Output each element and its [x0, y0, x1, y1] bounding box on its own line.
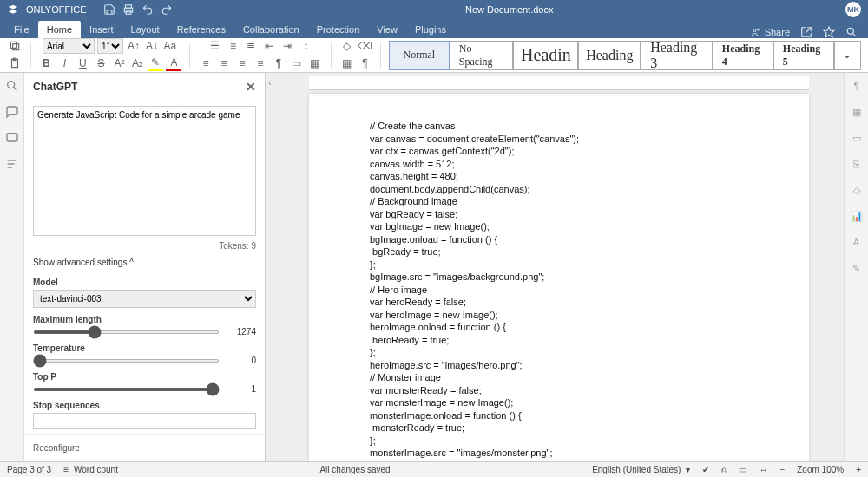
- panel-title: ChatGPT: [33, 81, 77, 93]
- comments-rail-icon[interactable]: [4, 104, 20, 120]
- maxlen-slider[interactable]: [33, 330, 220, 334]
- prompt-input[interactable]: [33, 106, 256, 236]
- model-select[interactable]: text-davinci-003: [33, 290, 256, 308]
- nonprinting-icon[interactable]: ¶: [357, 56, 372, 71]
- paragraph-mark-icon[interactable]: ¶: [271, 56, 286, 71]
- style-heading-3[interactable]: Heading 3: [641, 41, 713, 70]
- inc-indent-icon[interactable]: ⇥: [279, 38, 295, 54]
- chat-rail-icon[interactable]: [4, 130, 20, 146]
- topp-slider[interactable]: [33, 388, 220, 391]
- grow-font-icon[interactable]: A↑: [126, 38, 141, 54]
- horizontal-ruler[interactable]: [309, 76, 809, 90]
- header-settings-icon[interactable]: ⎘: [849, 156, 865, 172]
- tab-layout[interactable]: Layout: [122, 21, 168, 38]
- shrink-font-icon[interactable]: A↓: [144, 38, 160, 54]
- align-right-icon[interactable]: ≡: [234, 56, 250, 71]
- style-normal[interactable]: Normal: [389, 41, 450, 70]
- favorite-icon[interactable]: [823, 26, 835, 38]
- undo-icon[interactable]: [141, 3, 154, 16]
- model-label: Model: [33, 278, 256, 287]
- underline-icon[interactable]: U: [75, 56, 90, 71]
- bullets-icon[interactable]: ☰: [207, 38, 222, 54]
- zoom-label[interactable]: Zoom 100%: [797, 465, 844, 474]
- zoom-in-icon[interactable]: +: [856, 465, 861, 474]
- zoom-out-icon[interactable]: −: [779, 465, 785, 474]
- style-gallery-expand[interactable]: ⌄: [834, 41, 861, 70]
- fit-page-icon[interactable]: ▭: [739, 465, 746, 474]
- panel-collapse-icon[interactable]: ‹: [266, 73, 274, 461]
- tab-collaboration[interactable]: Collaboration: [234, 21, 308, 38]
- font-size-select[interactable]: 11: [97, 38, 123, 54]
- signature-settings-icon[interactable]: ✎: [849, 260, 865, 276]
- print-icon[interactable]: [122, 3, 135, 16]
- temp-slider[interactable]: [33, 359, 220, 363]
- reconfigure-link[interactable]: Reconfigure: [24, 434, 265, 461]
- table-settings-icon[interactable]: ▦: [849, 104, 865, 120]
- shape-settings-icon[interactable]: ◇: [849, 182, 865, 198]
- align-left-icon[interactable]: ≡: [198, 56, 214, 71]
- wordcount-label[interactable]: Word count: [74, 465, 118, 474]
- redo-icon[interactable]: [161, 3, 173, 16]
- copy-icon[interactable]: [7, 38, 23, 54]
- font-name-select[interactable]: Arial: [43, 38, 95, 54]
- line-spacing-icon[interactable]: ↕: [298, 38, 313, 54]
- document-page[interactable]: // Create the canvas var canvas = docume…: [309, 94, 809, 461]
- page-status[interactable]: Page 3 of 3: [7, 465, 51, 474]
- insert-shape-icon[interactable]: ◇: [339, 38, 354, 54]
- style-heading-4[interactable]: Heading 4: [713, 41, 773, 70]
- style-heading-1[interactable]: Headin: [513, 41, 578, 70]
- highlight-icon[interactable]: ✎: [148, 56, 163, 71]
- textart-settings-icon[interactable]: A: [849, 234, 865, 250]
- chatgpt-panel: ChatGPT ✕ Tokens: 9 Show advanced settin…: [24, 73, 266, 461]
- superscript-icon[interactable]: A²: [111, 56, 127, 71]
- justify-icon[interactable]: ≡: [253, 56, 268, 71]
- svg-rect-14: [7, 134, 17, 141]
- document-text[interactable]: // Create the canvas var canvas = docume…: [370, 120, 748, 461]
- panel-close-icon[interactable]: ✕: [246, 80, 256, 94]
- shading-icon[interactable]: ▭: [289, 56, 305, 71]
- fit-width-icon[interactable]: ↔: [759, 465, 767, 474]
- strikethrough-icon[interactable]: S: [93, 56, 108, 71]
- subscript-icon[interactable]: A₂: [129, 56, 145, 71]
- tab-view[interactable]: View: [368, 21, 406, 38]
- borders-icon[interactable]: ▦: [307, 56, 323, 71]
- language-select[interactable]: English (United States)▾: [592, 465, 690, 474]
- headings-rail-icon[interactable]: [4, 156, 20, 172]
- align-center-icon[interactable]: ≡: [216, 56, 232, 71]
- style-heading-2[interactable]: Heading: [578, 41, 641, 70]
- share-icon[interactable]: Share: [751, 27, 790, 37]
- tab-references[interactable]: References: [168, 21, 234, 38]
- tokens-label: Tokens: 9: [33, 238, 256, 254]
- tracking-icon[interactable]: ⎌: [721, 465, 727, 474]
- search-rail-icon[interactable]: [4, 78, 20, 94]
- clear-style-icon[interactable]: ⌫: [357, 38, 372, 54]
- chart-settings-icon[interactable]: 📊: [849, 208, 865, 224]
- paragraph-settings-icon[interactable]: ¶: [849, 78, 865, 94]
- style-heading-5[interactable]: Heading 5: [773, 41, 834, 70]
- image-settings-icon[interactable]: ▭: [849, 130, 865, 146]
- multilevel-icon[interactable]: ≣: [243, 38, 259, 54]
- insert-table-icon[interactable]: ▦: [339, 56, 354, 71]
- numbering-icon[interactable]: ≡: [225, 38, 240, 54]
- tab-protection[interactable]: Protection: [308, 21, 369, 38]
- document-canvas: // Create the canvas var canvas = docume…: [274, 73, 844, 461]
- advanced-toggle[interactable]: Show advanced settings ^: [33, 254, 256, 271]
- dec-indent-icon[interactable]: ⇤: [261, 38, 277, 54]
- stop-input[interactable]: [33, 413, 256, 429]
- tab-home[interactable]: Home: [38, 21, 81, 38]
- spellcheck-icon[interactable]: ✔: [702, 465, 709, 474]
- save-icon[interactable]: [103, 3, 115, 16]
- font-color-icon[interactable]: A: [166, 56, 181, 71]
- change-case-icon[interactable]: Aa: [162, 38, 178, 54]
- open-location-icon[interactable]: [800, 26, 812, 38]
- style-no-spacing[interactable]: No Spacing: [450, 41, 514, 70]
- paste-icon[interactable]: [7, 56, 23, 71]
- tab-plugins[interactable]: Plugins: [406, 21, 455, 38]
- tab-insert[interactable]: Insert: [81, 21, 122, 38]
- italic-icon[interactable]: I: [56, 56, 72, 71]
- tab-file[interactable]: File: [5, 21, 38, 38]
- search-icon[interactable]: [845, 26, 858, 38]
- user-avatar[interactable]: MK: [845, 2, 861, 17]
- bold-icon[interactable]: B: [38, 56, 54, 71]
- svg-marker-5: [824, 27, 834, 37]
